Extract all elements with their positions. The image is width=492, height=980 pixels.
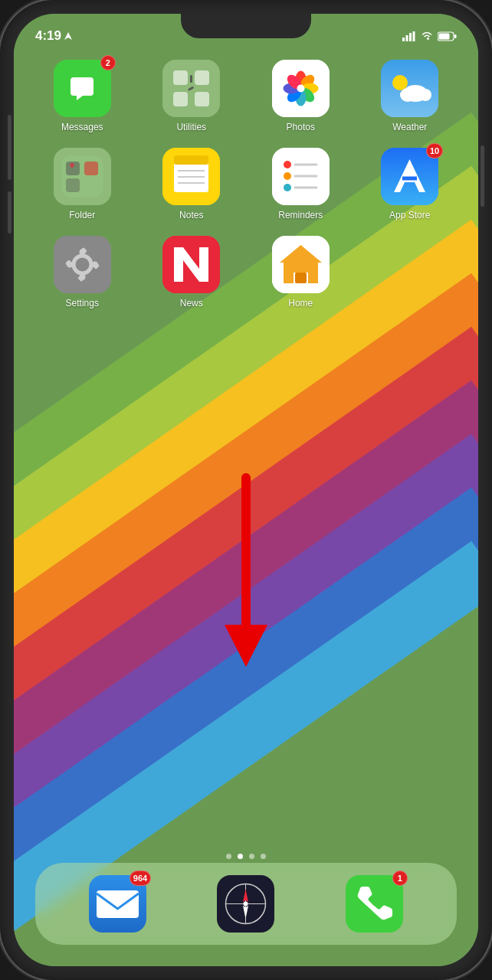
time-display: 4:19 xyxy=(35,28,61,44)
power-button[interactable] xyxy=(481,145,484,207)
svg-rect-67 xyxy=(97,890,139,918)
page-dots xyxy=(226,854,266,859)
messages-icon xyxy=(63,70,101,108)
reminders-label: Reminders xyxy=(278,210,323,220)
svg-point-53 xyxy=(75,258,89,272)
page-dot-1 xyxy=(226,854,231,859)
notes-icon xyxy=(162,148,220,205)
settings-icon xyxy=(54,236,111,293)
svg-rect-35 xyxy=(66,178,80,192)
svg-rect-10 xyxy=(173,70,188,85)
page-dot-2 xyxy=(238,854,243,859)
utilities-icon xyxy=(162,60,220,117)
notes-label: Notes xyxy=(179,210,203,220)
folder-label: Folder xyxy=(69,210,95,220)
svg-rect-7 xyxy=(439,33,450,39)
svg-point-30 xyxy=(419,89,431,101)
svg-rect-65 xyxy=(295,273,307,283)
svg-rect-3 xyxy=(409,33,412,41)
phone-badge: 1 xyxy=(392,871,408,886)
news-icon xyxy=(162,236,220,293)
volume-down-button[interactable] xyxy=(8,191,11,234)
app-grid: 2 Messages xyxy=(14,52,478,324)
svg-point-27 xyxy=(392,75,408,90)
svg-rect-38 xyxy=(174,155,208,165)
app-reminders[interactable]: Reminders xyxy=(254,148,348,220)
page-dot-3 xyxy=(249,854,254,859)
svg-point-43 xyxy=(284,161,291,168)
app-messages[interactable]: 2 Messages xyxy=(35,60,130,132)
safari-icon xyxy=(217,875,274,933)
svg-point-45 xyxy=(284,172,291,180)
svg-point-47 xyxy=(284,184,291,191)
svg-point-29 xyxy=(400,88,415,102)
photos-label: Photos xyxy=(287,122,315,132)
settings-label: Settings xyxy=(66,298,99,309)
app-photos[interactable]: Photos xyxy=(254,60,348,132)
news-label: News xyxy=(180,298,203,309)
mute-switch[interactable] xyxy=(8,115,11,145)
appstore-label: App Store xyxy=(389,210,430,220)
phone-screen: 4:19 xyxy=(14,14,478,966)
photos-icon xyxy=(272,60,330,117)
phone-frame: 4:19 xyxy=(0,0,492,980)
dock-mail[interactable]: 964 xyxy=(89,875,146,933)
battery-icon xyxy=(438,31,457,41)
svg-rect-11 xyxy=(195,70,209,85)
app-appstore[interactable]: 10 App Store xyxy=(363,148,458,220)
reminders-icon xyxy=(272,148,330,205)
mail-badge: 964 xyxy=(130,871,151,886)
notch xyxy=(181,14,311,38)
app-home[interactable]: Home xyxy=(254,236,348,309)
weather-icon xyxy=(381,60,438,117)
dock-safari[interactable] xyxy=(217,875,274,933)
home-label: Home xyxy=(288,298,313,309)
svg-marker-0 xyxy=(64,32,72,40)
wifi-icon xyxy=(421,31,433,41)
svg-rect-34 xyxy=(84,162,98,175)
messages-badge: 2 xyxy=(100,55,116,70)
app-weather[interactable]: Weather xyxy=(363,60,458,132)
svg-rect-12 xyxy=(173,92,188,106)
svg-rect-2 xyxy=(406,35,408,41)
page-dot-4 xyxy=(261,854,266,859)
weather-label: Weather xyxy=(392,122,427,132)
svg-point-74 xyxy=(244,902,248,906)
svg-rect-13 xyxy=(195,92,209,106)
down-arrow xyxy=(225,473,267,667)
app-news[interactable]: News xyxy=(145,236,239,309)
dock-phone[interactable]: 1 xyxy=(346,875,403,933)
svg-rect-1 xyxy=(402,38,405,41)
location-arrow-icon xyxy=(64,32,72,40)
utilities-label: Utilities xyxy=(176,122,206,132)
status-time: 4:19 xyxy=(35,28,72,44)
svg-point-25 xyxy=(297,85,304,93)
status-icons xyxy=(402,31,457,41)
svg-rect-4 xyxy=(413,31,415,41)
folder-icon xyxy=(54,148,111,205)
app-utilities[interactable]: Utilities xyxy=(145,60,239,132)
svg-rect-6 xyxy=(454,34,457,38)
app-notes[interactable]: Notes xyxy=(145,148,239,220)
appstore-badge: 10 xyxy=(426,143,443,158)
app-folder[interactable]: Folder xyxy=(35,148,130,220)
messages-label: Messages xyxy=(61,122,103,132)
app-settings[interactable]: Settings xyxy=(35,236,130,309)
svg-rect-14 xyxy=(190,75,192,83)
dock: 964 xyxy=(35,863,457,945)
signal-icon xyxy=(402,31,416,41)
home-icon xyxy=(272,236,330,293)
